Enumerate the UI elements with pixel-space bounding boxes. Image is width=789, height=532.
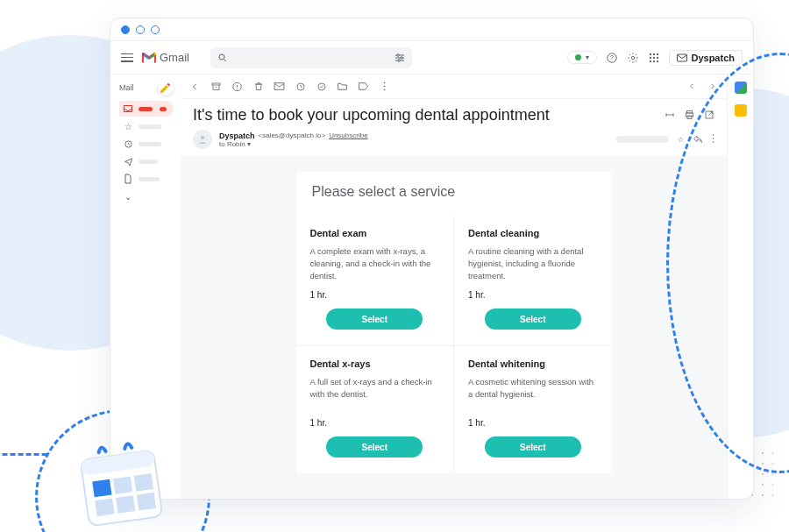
svg-point-39 <box>384 86 386 88</box>
unsubscribe-link[interactable]: Unsubscribe <box>329 131 367 139</box>
svg-point-23 <box>653 56 655 58</box>
svg-rect-3 <box>113 476 132 494</box>
svg-rect-35 <box>274 83 284 90</box>
account-brand-chip[interactable]: Dyspatch <box>669 50 743 66</box>
mark-unread-icon[interactable] <box>274 81 285 92</box>
delete-icon[interactable] <box>252 81 264 92</box>
inbox-icon <box>123 103 133 114</box>
nav-snoozed[interactable] <box>119 136 174 152</box>
compose-button[interactable] <box>158 80 174 96</box>
show-details-icon[interactable]: ▾ <box>247 140 251 148</box>
service-duration: 1 hr. <box>310 418 440 428</box>
svg-point-24 <box>657 56 658 58</box>
svg-rect-4 <box>134 473 153 492</box>
svg-point-21 <box>657 53 658 54</box>
svg-rect-6 <box>116 495 135 514</box>
status-chip[interactable]: ▾ <box>567 51 597 64</box>
gmail-m-icon <box>142 53 156 63</box>
select-button[interactable]: Select <box>326 309 423 330</box>
email-subject: It's time to book your upcoming dental a… <box>193 106 550 124</box>
gmail-logo[interactable]: Gmail <box>142 51 189 64</box>
service-card: Dental whiteningA cosmetic whitening ses… <box>454 346 612 473</box>
message-toolbar <box>181 74 727 99</box>
spam-icon[interactable] <box>231 81 243 92</box>
apps-icon[interactable] <box>648 52 660 64</box>
calendar-icon <box>68 432 174 532</box>
select-button[interactable]: Select <box>485 436 581 458</box>
more-icon[interactable] <box>379 81 390 92</box>
service-title: Dental cleaning <box>468 228 598 238</box>
services-panel: Please select a service Dental examA com… <box>296 172 612 473</box>
svg-point-26 <box>653 60 655 61</box>
sender-avatar[interactable] <box>193 130 212 149</box>
svg-point-40 <box>384 89 386 91</box>
select-button[interactable]: Select <box>326 436 423 458</box>
recipient-line: to Robin <box>219 140 245 148</box>
service-desc: A complete exam with x-rays, a cleaning,… <box>310 245 440 281</box>
service-desc: A routine cleaning with a dental hygieni… <box>468 245 598 281</box>
svg-point-34 <box>237 88 238 89</box>
svg-point-38 <box>384 82 386 84</box>
star-message-icon[interactable]: ☆ <box>678 136 684 144</box>
svg-point-20 <box>653 53 655 54</box>
sender-name: Dyspatch <box>219 131 255 140</box>
service-desc: A full set of x-rays and a check-in with… <box>310 376 440 409</box>
window-dot-1 <box>121 25 130 34</box>
service-title: Dental x-rays <box>310 358 440 369</box>
chevron-down-icon: ⌄ <box>123 191 133 202</box>
help-icon[interactable]: ? <box>606 52 618 64</box>
snooze-icon[interactable] <box>295 81 306 92</box>
svg-rect-31 <box>212 83 220 85</box>
svg-point-27 <box>657 60 658 61</box>
expand-icon[interactable] <box>665 108 675 124</box>
chevron-down-icon: ▾ <box>586 53 589 61</box>
browser-window: Gmail ▾ ? Dyspatch Mail <box>110 18 754 500</box>
settings-icon[interactable] <box>627 52 639 64</box>
svg-line-9 <box>224 59 226 61</box>
menu-icon[interactable] <box>121 53 133 62</box>
gmail-label: Gmail <box>160 51 189 64</box>
back-icon[interactable] <box>189 81 201 92</box>
file-icon <box>123 174 133 184</box>
svg-point-14 <box>401 56 403 59</box>
svg-point-15 <box>398 59 401 61</box>
nav-sent[interactable] <box>119 153 174 169</box>
service-duration: 1 hr. <box>468 290 598 300</box>
add-task-icon[interactable] <box>316 81 327 92</box>
search-options-icon[interactable] <box>394 53 405 62</box>
sender-email: <sales@dyspatch.io> <box>259 131 326 139</box>
nav-more[interactable]: ⌄ <box>119 188 174 204</box>
svg-rect-43 <box>687 116 692 119</box>
person-icon <box>197 134 208 145</box>
print-icon[interactable] <box>684 108 695 124</box>
email-body: Please select a service Dental examA com… <box>181 156 727 499</box>
send-icon <box>123 156 133 167</box>
svg-rect-7 <box>137 493 156 511</box>
older-icon[interactable] <box>686 81 697 92</box>
select-button[interactable]: Select <box>485 309 581 330</box>
gmail-header: Gmail ▾ ? Dyspatch <box>110 41 753 74</box>
timestamp-placeholder <box>616 136 669 143</box>
svg-point-45 <box>201 136 204 139</box>
svg-rect-28 <box>678 54 687 61</box>
panel-title: Please select a service <box>296 172 612 216</box>
service-card: Dental x-raysA full set of x-rays and a … <box>296 346 454 473</box>
archive-icon[interactable] <box>210 81 222 92</box>
brand-label: Dyspatch <box>691 53 735 63</box>
svg-point-22 <box>650 56 651 58</box>
service-duration: 1 hr. <box>468 418 598 428</box>
svg-text:?: ? <box>611 54 615 60</box>
svg-point-18 <box>632 56 636 60</box>
sender-row: Dyspatch <sales@dyspatch.io> Unsubscribe… <box>181 128 727 156</box>
envelope-icon <box>677 53 687 62</box>
service-card: Dental cleaningA routine cleaning with a… <box>454 216 612 345</box>
search-icon <box>217 53 228 63</box>
nav-drafts[interactable] <box>119 171 174 187</box>
window-dot-2 <box>136 25 145 34</box>
search-input[interactable] <box>210 47 412 68</box>
svg-rect-2 <box>92 479 111 498</box>
label-icon[interactable] <box>358 81 369 92</box>
move-icon[interactable] <box>337 81 348 92</box>
nav-inbox[interactable] <box>119 101 174 117</box>
nav-starred[interactable]: ☆ <box>119 118 174 134</box>
